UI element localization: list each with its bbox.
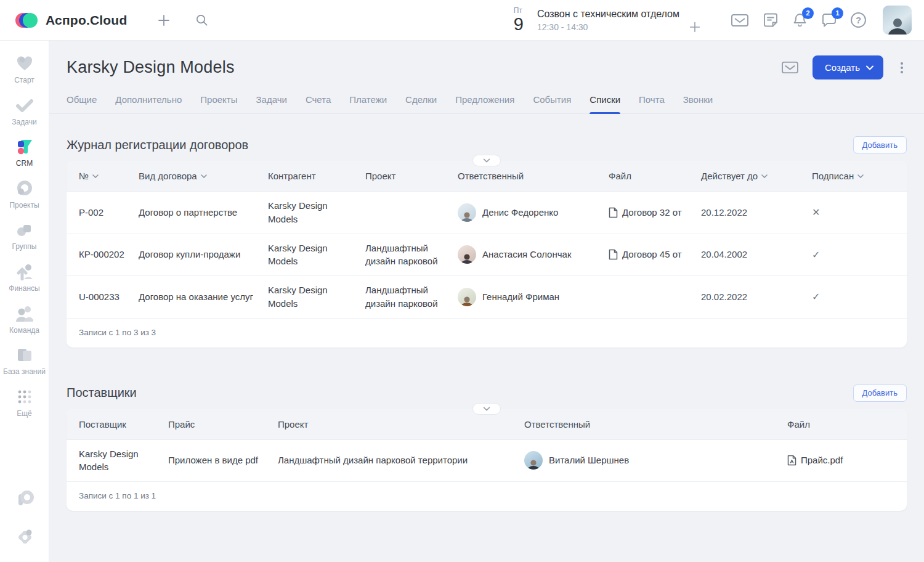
bell-icon[interactable]: 2 bbox=[792, 12, 808, 28]
sidebar-item-crm[interactable]: CRM bbox=[1, 137, 49, 169]
tab-zvonki[interactable]: Звонки bbox=[683, 88, 713, 113]
table-row[interactable]: U-000233 Договор на оказание услуг Karsk… bbox=[67, 276, 907, 319]
calendar-event[interactable]: Созвон с техническим отделом 12:30 - 14:… bbox=[537, 9, 679, 32]
col-responsible: Ответственный bbox=[524, 409, 787, 439]
table-row[interactable]: Karsky Design Models Приложен в виде pdf… bbox=[67, 440, 907, 483]
table-row[interactable]: Р-002 Договор о партнерстве Karsky Desig… bbox=[67, 192, 907, 234]
sidebar-item-baza-znaniy[interactable]: База знаний bbox=[1, 346, 49, 377]
sidebar-item-komanda[interactable]: Команда bbox=[1, 304, 49, 336]
tab-proekty[interactable]: Проекты bbox=[200, 88, 237, 113]
contract-number: Р-002 bbox=[67, 198, 139, 227]
contracts-add-button[interactable]: Добавить bbox=[853, 136, 907, 153]
help-icon[interactable]: ? bbox=[851, 12, 866, 28]
more-actions-kebab-icon[interactable] bbox=[897, 59, 907, 77]
contracts-collapse-icon[interactable] bbox=[472, 155, 501, 166]
tab-sdelki[interactable]: Сделки bbox=[405, 88, 437, 113]
avatar bbox=[458, 203, 476, 222]
app-logo[interactable]: Аспро.Cloud bbox=[15, 8, 127, 33]
send-mail-icon[interactable] bbox=[781, 60, 799, 75]
col-signed[interactable]: Подписан bbox=[812, 161, 907, 191]
contract-type: Договор купли-продажи bbox=[139, 240, 268, 269]
calendar-day: 9 bbox=[514, 15, 524, 33]
suppliers-table: Поставщик Прайс Проект Ответственный Фай… bbox=[67, 409, 907, 511]
tab-dopolnitelno[interactable]: Дополнительно bbox=[115, 88, 182, 113]
start-icon bbox=[15, 54, 34, 73]
finance-icon bbox=[15, 263, 34, 281]
chat-icon[interactable]: 1 bbox=[821, 12, 837, 28]
supplier-responsible: Виталий Шершнев bbox=[524, 444, 787, 477]
contract-responsible: Анастасия Солончак bbox=[458, 238, 609, 271]
team-icon bbox=[15, 304, 34, 323]
page-title: Karsky Design Models bbox=[67, 58, 235, 77]
contracts-section-title: Журнал регистрации договоров bbox=[67, 138, 248, 152]
contract-type: Договор на оказание услуг bbox=[139, 283, 268, 311]
app-logo-text: Аспро.Cloud bbox=[46, 13, 127, 28]
top-bar: Аспро.Cloud Пт 9 Созвон с техническим от… bbox=[0, 0, 924, 41]
sidebar-item-finansy[interactable]: Финансы bbox=[1, 263, 49, 294]
avatar bbox=[458, 288, 476, 306]
settings-gear-icon[interactable] bbox=[15, 527, 34, 546]
tab-scheta[interactable]: Счета bbox=[306, 88, 331, 113]
calendar-date[interactable]: Пт 9 bbox=[514, 7, 524, 33]
supplier-file-link[interactable]: Прайс.pdf bbox=[787, 446, 907, 474]
pdf-file-icon bbox=[787, 455, 796, 466]
sort-chevron-icon bbox=[761, 174, 768, 178]
suppliers-collapse-icon[interactable] bbox=[472, 403, 501, 415]
suppliers-add-button[interactable]: Добавить bbox=[853, 385, 907, 402]
main-content: Karsky Design Models Создать Общие Допол… bbox=[49, 41, 924, 562]
tab-obshchie[interactable]: Общие bbox=[67, 88, 97, 113]
contract-file-empty bbox=[609, 290, 701, 304]
tab-zadachi[interactable]: Задачи bbox=[256, 88, 287, 113]
table-row[interactable]: КР-000202 Договор купли-продажи Karsky D… bbox=[67, 234, 907, 277]
contract-project: Ландшафтный дизайн парковой bbox=[365, 276, 458, 318]
tab-sobytiya[interactable]: События bbox=[533, 88, 571, 113]
sort-chevron-icon bbox=[201, 174, 207, 178]
sidebar-item-eshche[interactable]: Ещё bbox=[1, 388, 49, 419]
contract-number: U-000233 bbox=[67, 283, 139, 311]
col-project: Проект bbox=[365, 161, 458, 191]
signed-mark-icon: ✕ bbox=[812, 207, 820, 218]
crm-icon bbox=[15, 137, 34, 156]
sidebar-item-proekty[interactable]: Проекты bbox=[1, 179, 49, 211]
suppliers-records-count: Записи с 1 по 1 из 1 bbox=[67, 482, 907, 511]
tab-platezhi[interactable]: Платежи bbox=[349, 88, 387, 113]
col-valid-until[interactable]: Действует до bbox=[701, 161, 812, 191]
sidebar-item-gruppy[interactable]: Группы bbox=[1, 221, 49, 252]
tab-predlozheniya[interactable]: Предложения bbox=[455, 88, 514, 113]
user-avatar[interactable] bbox=[883, 6, 912, 35]
create-button[interactable]: Создать bbox=[813, 55, 883, 79]
contract-valid-until: 20.12.2022 bbox=[701, 198, 812, 227]
mail-icon[interactable] bbox=[731, 13, 749, 28]
partner-logo-icon[interactable] bbox=[15, 489, 34, 508]
col-contract-type[interactable]: Вид договора bbox=[139, 161, 268, 191]
notes-icon[interactable] bbox=[763, 12, 779, 28]
supplier-project: Ландшафтный дизайн парковой территории bbox=[278, 446, 524, 474]
tab-pochta[interactable]: Почта bbox=[639, 88, 665, 113]
contract-file-link[interactable]: Договор 45 от bbox=[609, 240, 701, 269]
col-file: Файл bbox=[787, 409, 907, 439]
search-icon[interactable] bbox=[195, 13, 209, 27]
sidebar-item-zadachi[interactable]: Задачи bbox=[1, 96, 49, 128]
signed-mark-icon: ✓ bbox=[812, 291, 820, 302]
calendar-weekday: Пт bbox=[514, 7, 524, 14]
tab-spiski[interactable]: Списки bbox=[590, 88, 620, 113]
knowledge-base-icon bbox=[15, 346, 34, 364]
projects-icon bbox=[15, 179, 34, 198]
app-logo-icon bbox=[15, 8, 39, 33]
contracts-records-count: Записи с 1 по 3 из 3 bbox=[67, 319, 907, 348]
contract-project bbox=[365, 205, 458, 220]
contract-counterparty: Karsky Design Models bbox=[268, 276, 365, 318]
contract-file-link[interactable]: Договор 32 от bbox=[609, 198, 701, 227]
sidebar: Старт Задачи CRM Проекты bbox=[0, 41, 49, 562]
col-price: Прайс bbox=[168, 409, 278, 439]
avatar bbox=[458, 245, 476, 264]
add-event-button[interactable] bbox=[688, 20, 702, 34]
contract-responsible: Денис Федоренко bbox=[458, 196, 609, 229]
document-icon bbox=[609, 249, 618, 260]
col-number[interactable]: № bbox=[67, 161, 139, 191]
suppliers-section-title: Поставщики bbox=[67, 386, 137, 400]
quick-add-button[interactable] bbox=[156, 13, 171, 28]
sidebar-item-start[interactable]: Старт bbox=[1, 54, 49, 86]
contracts-table: № Вид договора Контрагент Проект Ответст… bbox=[67, 161, 907, 348]
contract-counterparty: Karsky Design Models bbox=[268, 192, 365, 234]
